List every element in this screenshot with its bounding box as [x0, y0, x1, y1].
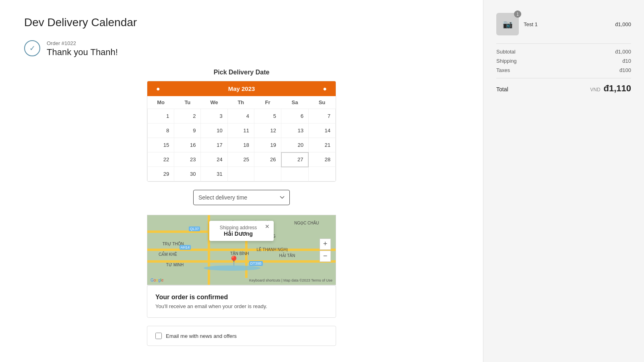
popup-shipping-label: Shipping address	[216, 225, 261, 230]
order-info: Order #1022 Thank you Thanh!	[47, 40, 118, 58]
calendar-day-cell[interactable]: 2	[174, 109, 201, 123]
calendar-day-cell[interactable]: 15	[148, 138, 174, 152]
calendar-day-cell[interactable]: 1	[148, 109, 174, 123]
calendar-day-cell[interactable]: 8	[148, 123, 174, 138]
calendar-day-cell[interactable]: 21	[308, 138, 335, 152]
calendar-day-header: We	[201, 96, 227, 109]
taxes-label: Taxes	[496, 67, 510, 73]
calendar-day-cell	[254, 167, 281, 181]
calendar-week-row: 1234567	[148, 109, 336, 123]
total-row: Total VND đ1,110	[496, 78, 631, 94]
calendar-day-cell[interactable]: 7	[308, 109, 335, 123]
calendar-week-row: 293031	[148, 167, 336, 181]
calendar-day-header: Su	[308, 96, 335, 109]
subtotal-label: Subtotal	[496, 49, 516, 55]
google-logo: Google	[151, 278, 163, 282]
calendar-day-cell	[281, 167, 309, 181]
calendar-day-cell[interactable]: 25	[227, 152, 254, 167]
calendar-day-cell[interactable]: 22	[148, 152, 174, 167]
delivery-time-select[interactable]: Select delivery timeMorning (8:00 - 12:0…	[193, 190, 290, 205]
map-road	[147, 249, 336, 251]
total-value: đ1,110	[604, 83, 632, 93]
map-road	[147, 260, 336, 263]
calendar-day-cell[interactable]: 14	[308, 123, 335, 138]
page-title: Dev Delivery Calendar	[24, 16, 459, 29]
calendar-day-header: Fr	[254, 96, 281, 109]
calendar-prev-button[interactable]: ●	[154, 86, 163, 92]
map-area: VIỆT HÒA BÌNH HÀN NGỌC CHÂU QUẢNG TRUNG …	[147, 215, 336, 285]
order-confirmation: ✓ Order #1022 Thank you Thanh!	[24, 40, 459, 58]
taxes-row: Taxes đ100	[496, 67, 631, 73]
calendar-day-cell[interactable]: 30	[174, 167, 201, 181]
calendar-day-cell	[227, 167, 254, 181]
total-label: Total	[496, 86, 508, 93]
order-check-icon: ✓	[24, 40, 40, 56]
calendar-week-row: 22232425262728	[148, 152, 336, 167]
map-road	[245, 236, 248, 278]
taxes-value: đ100	[619, 67, 631, 73]
calendar-day-cell[interactable]: 13	[281, 123, 309, 138]
calendar-day-cell[interactable]: 20	[281, 138, 309, 152]
shipping-row: Shipping đ10	[496, 58, 631, 64]
calendar-day-cell[interactable]: 17	[201, 138, 227, 152]
map-zoom-out-button[interactable]: −	[320, 251, 331, 262]
calendar-week-row: 891011121314	[148, 123, 336, 138]
calendar-header: ● May 2023 ●	[147, 81, 336, 96]
subtotal-value: đ1,000	[615, 49, 631, 55]
map-location-marker: 📍	[228, 255, 240, 267]
subtotal-row: Subtotal đ1,000	[496, 49, 631, 55]
calendar-day-header: Mo	[148, 96, 174, 109]
popup-city: Hải Dương	[216, 230, 261, 237]
map-attribution: Keyboard shortcuts | Map data ©2023 Term…	[249, 278, 332, 282]
popup-close-button[interactable]: ✕	[265, 223, 270, 230]
calendar-day-cell[interactable]: 12	[254, 123, 281, 138]
calendar-day-cell[interactable]: 29	[148, 167, 174, 181]
calendar-section-title: Pick Delivery Date	[24, 69, 459, 76]
calendar-day-cell[interactable]: 18	[227, 138, 254, 152]
order-confirmed-title: Your order is confirmed	[155, 294, 328, 301]
shipping-address-popup: ✕ Shipping address Hải Dương	[209, 221, 274, 241]
item-name: Test 1	[524, 21, 610, 27]
item-price: đ1,000	[615, 21, 631, 27]
calendar-day-header: Th	[227, 96, 254, 109]
calendar-day-cell[interactable]: 6	[281, 109, 309, 123]
calendar-day-cell[interactable]: 27	[281, 152, 309, 167]
calendar-day-cell	[308, 167, 335, 181]
thank-you: Thank you Thanh!	[47, 47, 118, 58]
camera-icon: 📷	[503, 19, 513, 29]
calendar-next-button[interactable]: ●	[320, 86, 329, 92]
order-summary-sidebar: 📷 1 Test 1 đ1,000 Subtotal đ1,000 Shippi…	[483, 0, 644, 362]
calendar-week-row: 15161718192021	[148, 138, 336, 152]
main-content: Dev Delivery Calendar ✓ Order #1022 Than…	[0, 0, 483, 362]
calendar-day-cell[interactable]: 23	[174, 152, 201, 167]
map-zoom-in-button[interactable]: +	[320, 239, 331, 250]
calendar-day-cell[interactable]: 10	[201, 123, 227, 138]
calendar-day-cell[interactable]: 26	[254, 152, 281, 167]
order-item: 📷 1 Test 1 đ1,000	[496, 13, 631, 35]
calendar-day-cell[interactable]: 4	[227, 109, 254, 123]
calendar-day-cell[interactable]: 16	[174, 138, 201, 152]
total-amount-block: VND đ1,110	[590, 83, 631, 94]
shipping-label: Shipping	[496, 58, 517, 64]
calendar-day-cell[interactable]: 31	[201, 167, 227, 181]
email-checkbox-row: Email me with news and offers	[147, 326, 336, 346]
email-checkbox[interactable]	[155, 333, 162, 339]
calendar-grid: MoTuWeThFrSaSu 1234567891011121314151617…	[147, 96, 336, 181]
item-quantity-badge: 1	[514, 10, 521, 18]
calendar-day-cell[interactable]: 3	[201, 109, 227, 123]
calendar-days-header: MoTuWeThFrSaSu	[148, 96, 336, 109]
calendar-day-cell[interactable]: 9	[174, 123, 201, 138]
calendar-body: 1234567891011121314151617181920212223242…	[148, 109, 336, 181]
calendar-day-cell[interactable]: 28	[308, 152, 335, 167]
map-controls: + −	[320, 239, 331, 262]
order-confirmed-box: Your order is confirmed You'll receive a…	[147, 285, 336, 318]
shipping-value: đ10	[622, 58, 631, 64]
calendar-day-cell[interactable]: 11	[227, 123, 254, 138]
calendar-day-cell[interactable]: 24	[201, 152, 227, 167]
calendar-day-header: Sa	[281, 96, 309, 109]
calendar-month-year: May 2023	[228, 85, 255, 92]
calendar-day-cell[interactable]: 19	[254, 138, 281, 152]
summary-divider	[496, 43, 631, 44]
order-number: Order #1022	[47, 40, 118, 46]
calendar-day-cell[interactable]: 5	[254, 109, 281, 123]
